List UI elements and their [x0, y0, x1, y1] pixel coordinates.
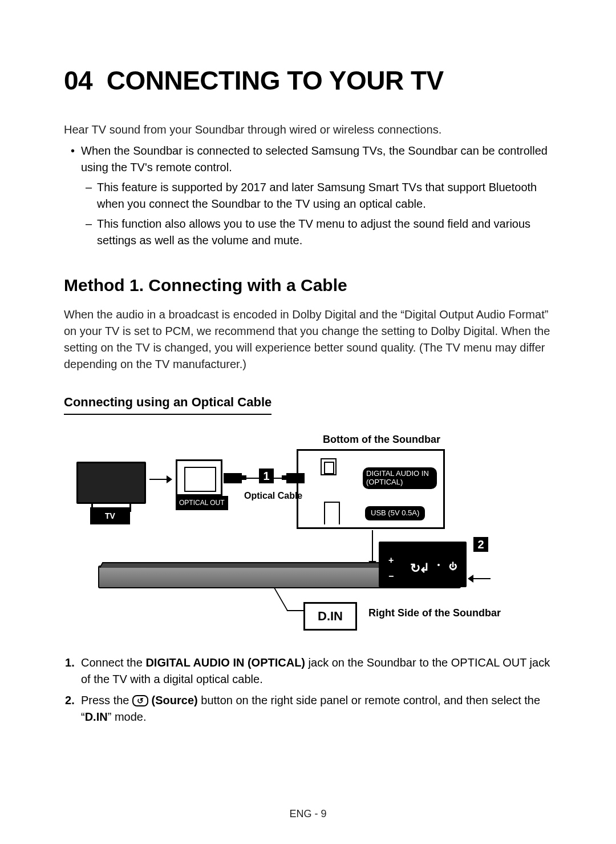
volume-minus-icon: −: [388, 570, 394, 583]
feature-sub-list: This feature is supported by 2017 and la…: [81, 179, 552, 249]
feature-bullet-text: When the Soundbar is connected to select…: [81, 144, 548, 173]
tv-icon: TV: [76, 462, 146, 518]
method-heading: Method 1. Connecting with a Cable: [64, 273, 552, 298]
arrow-down-icon: [372, 530, 373, 561]
step1-pre: Connect the: [81, 656, 145, 669]
page-number: ENG - 9: [0, 806, 616, 821]
optical-out-label: OPTICAL OUT: [176, 496, 228, 510]
chapter-title: 04 CONNECTING TO YOUR TV: [64, 62, 552, 100]
cable-plug-right-icon: [286, 473, 305, 483]
chapter-number: 04: [64, 66, 92, 95]
source-button-icon: ↻↲: [410, 559, 428, 578]
method-body: When the audio in a broadcast is encoded…: [64, 306, 552, 373]
arrow-right-icon: [149, 475, 172, 483]
feature-sub-bullet: This function also allows you to use the…: [97, 216, 552, 249]
step2-pre: Press the: [81, 694, 132, 706]
connection-diagram: Bottom of the Soundbar DIGITAL AUDIO IN …: [64, 433, 552, 639]
steps-list: Connect the DIGITAL AUDIO IN (OPTICAL) j…: [64, 655, 552, 725]
optical-port-icon: [299, 457, 339, 480]
source-icon: [132, 695, 148, 707]
port-label-line1: DIGITAL AUDIO IN: [366, 469, 429, 478]
intro-text: Hear TV sound from your Soundbar through…: [64, 122, 552, 138]
optical-cable-label: Optical Cable: [244, 489, 302, 502]
tv-label: TV: [90, 507, 130, 524]
indicator-dot-icon: [437, 564, 440, 566]
step-item: Press the (Source) button on the right s…: [81, 692, 552, 725]
soundbar-side-panel: + − ↻↲ ⏻: [379, 542, 467, 587]
cable-plug-left-icon: [224, 473, 242, 483]
step1-bold: DIGITAL AUDIO IN (OPTICAL): [145, 656, 305, 669]
feature-sub-bullet: This feature is supported by 2017 and la…: [97, 179, 552, 212]
port-label-line2: (OPTICAL): [366, 478, 403, 486]
volume-plus-icon: +: [388, 554, 394, 567]
digital-audio-in-label: DIGITAL AUDIO IN (OPTICAL): [363, 467, 437, 489]
din-display: D.IN: [303, 602, 357, 631]
step2-source-label: (Source): [148, 694, 198, 706]
step-item: Connect the DIGITAL AUDIO IN (OPTICAL) j…: [81, 655, 552, 688]
step2-din: D.IN: [85, 710, 108, 723]
bottom-of-soundbar-label: Bottom of the Soundbar: [323, 432, 440, 447]
tv-optical-out-icon: [176, 459, 222, 496]
step-badge-1: 1: [259, 469, 274, 483]
step-badge-2: 2: [473, 537, 488, 552]
right-side-label: Right Side of the Soundbar: [368, 605, 501, 620]
arrow-left-icon: [468, 575, 491, 583]
sub-heading: Connecting using an Optical Cable: [64, 393, 271, 415]
feature-bullet-list: When the Soundbar is connected to select…: [64, 143, 552, 249]
power-icon: ⏻: [449, 560, 457, 572]
usb-port-icon: [324, 502, 340, 524]
chapter-heading: CONNECTING TO YOUR TV: [107, 66, 444, 95]
usb-label: USB (5V 0.5A): [365, 506, 425, 520]
step2-post: ” mode.: [108, 710, 147, 723]
feature-bullet: When the Soundbar is connected to select…: [81, 143, 552, 249]
